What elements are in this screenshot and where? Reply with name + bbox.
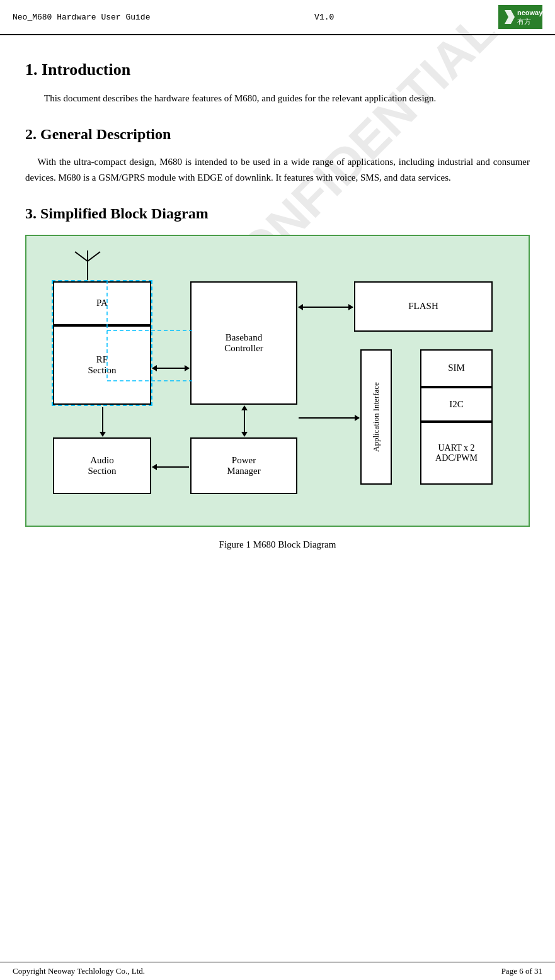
header-version: V1.0	[314, 13, 334, 22]
app-interface-block: Application Interface	[360, 349, 392, 485]
rf-baseband-arrow	[152, 368, 189, 369]
antenna-icon	[72, 249, 103, 283]
rf-section-block: RF Section	[53, 325, 151, 405]
section-1-body: This document describes the hardware fea…	[25, 91, 530, 107]
page-content: 1. Introduction This document describes …	[0, 35, 555, 594]
svg-text:neoway: neoway	[517, 9, 542, 16]
baseband-flash-arrow	[299, 307, 353, 308]
power-audio-arrow	[152, 466, 189, 468]
baseband-block: Baseband Controller	[190, 281, 297, 405]
header-title: Neo_M680 Hardware User Guide	[13, 13, 150, 22]
section-2-heading: 2. General Description	[25, 126, 530, 143]
svg-line-5	[75, 252, 88, 261]
baseband-power-arrow	[244, 406, 245, 436]
section-3-heading: 3. Simplified Block Diagram	[25, 205, 530, 222]
footer-copyright: Copyright Neoway Techlology Co., Ltd.	[13, 966, 145, 976]
section-1-heading: 1. Introduction	[25, 60, 530, 79]
page-footer: Copyright Neoway Techlology Co., Ltd. Pa…	[0, 962, 555, 980]
uart-block: UART x 2 ADC/PWM	[420, 422, 493, 485]
svg-text:有方: 有方	[517, 18, 531, 25]
section-2-body: With the ultra-compact design, M680 is i…	[25, 154, 530, 186]
pa-block: PA	[53, 281, 151, 325]
company-logo: neoway 有方	[498, 5, 542, 29]
baseband-appinterface-arrow	[299, 417, 359, 419]
block-diagram: PA RF Section Baseband Controller FLASH …	[25, 235, 530, 527]
sim-block: SIM	[420, 349, 493, 387]
power-manager-block: Power Manager	[190, 437, 297, 494]
diagram-inner: PA RF Section Baseband Controller FLASH …	[39, 249, 516, 513]
page-header: Neo_M680 Hardware User Guide V1.0 neoway…	[0, 0, 555, 35]
footer-page: Page 6 of 31	[501, 966, 542, 976]
flash-block: FLASH	[354, 281, 493, 332]
svg-line-6	[88, 252, 100, 261]
figure-caption: Figure 1 M680 Block Diagram	[25, 539, 530, 550]
rf-audio-arrow	[102, 407, 103, 436]
i2c-block: I2C	[420, 387, 493, 422]
audio-section-block: Audio Section	[53, 437, 151, 494]
